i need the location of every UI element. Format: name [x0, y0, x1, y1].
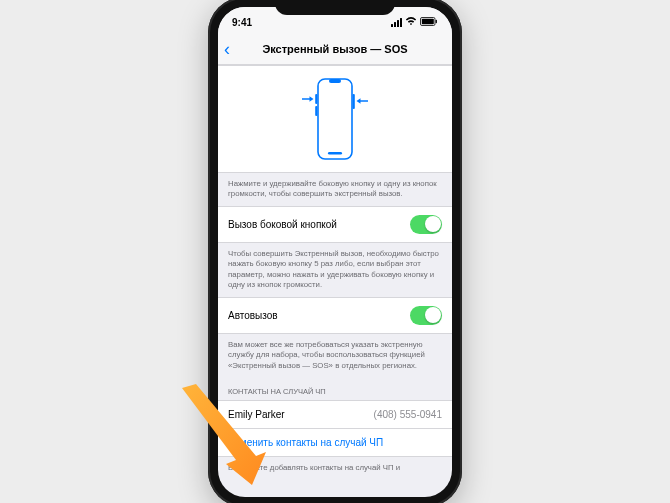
- svg-rect-2: [436, 20, 437, 23]
- notch: [275, 0, 395, 15]
- status-indicators: [391, 17, 438, 28]
- nav-bar: ‹ Экстренный вызов — SOS: [218, 35, 452, 65]
- auto-call-label: Автовызов: [228, 310, 278, 321]
- back-icon[interactable]: ‹: [224, 40, 230, 58]
- illustration-footer: Нажмите и удерживайте боковую кнопку и о…: [218, 173, 452, 206]
- contact-name: Emily Parker: [228, 409, 285, 420]
- phone-buttons-illustration-icon: [299, 76, 371, 162]
- svg-rect-4: [329, 79, 341, 83]
- svg-rect-1: [422, 19, 434, 24]
- side-button-call-switch[interactable]: [410, 215, 442, 234]
- phone-frame: 9:41 ‹ Экстренный вызов — SOS: [208, 0, 462, 503]
- svg-rect-5: [328, 152, 342, 155]
- emergency-contact-row[interactable]: Emily Parker (408) 555-0941: [218, 400, 452, 429]
- svg-rect-7: [315, 106, 317, 116]
- signal-icon: [391, 18, 402, 27]
- contact-phone: (408) 555-0941: [374, 409, 442, 420]
- edit-contacts-row[interactable]: Изменить контакты на случай ЧП: [218, 429, 452, 457]
- emergency-contacts-header: КОНТАКТЫ НА СЛУЧАЙ ЧП: [218, 377, 452, 400]
- svg-marker-10: [310, 96, 314, 102]
- auto-call-switch[interactable]: [410, 306, 442, 325]
- screen: 9:41 ‹ Экстренный вызов — SOS: [218, 7, 452, 497]
- side-button-call-label: Вызов боковой кнопкой: [228, 219, 337, 230]
- svg-rect-6: [315, 94, 317, 104]
- illustration-row: [218, 65, 452, 173]
- nav-title: Экстренный вызов — SOS: [218, 43, 452, 55]
- contacts-footer: Вы можете добавлять контакты на случай Ч…: [218, 457, 452, 480]
- status-time: 9:41: [232, 17, 252, 28]
- settings-content: Нажмите и удерживайте боковую кнопку и о…: [218, 65, 452, 497]
- side-button-call-row[interactable]: Вызов боковой кнопкой: [218, 206, 452, 243]
- svg-rect-8: [353, 94, 355, 109]
- side-button-footer: Чтобы совершить Экстренный вызов, необхо…: [218, 243, 452, 297]
- battery-icon: [420, 17, 438, 28]
- auto-call-row[interactable]: Автовызов: [218, 297, 452, 334]
- edit-contacts-link[interactable]: Изменить контакты на случай ЧП: [228, 437, 383, 448]
- svg-rect-3: [318, 79, 352, 159]
- wifi-icon: [405, 17, 417, 28]
- auto-call-footer: Вам может все же потребоваться указать э…: [218, 334, 452, 378]
- svg-marker-12: [357, 98, 361, 104]
